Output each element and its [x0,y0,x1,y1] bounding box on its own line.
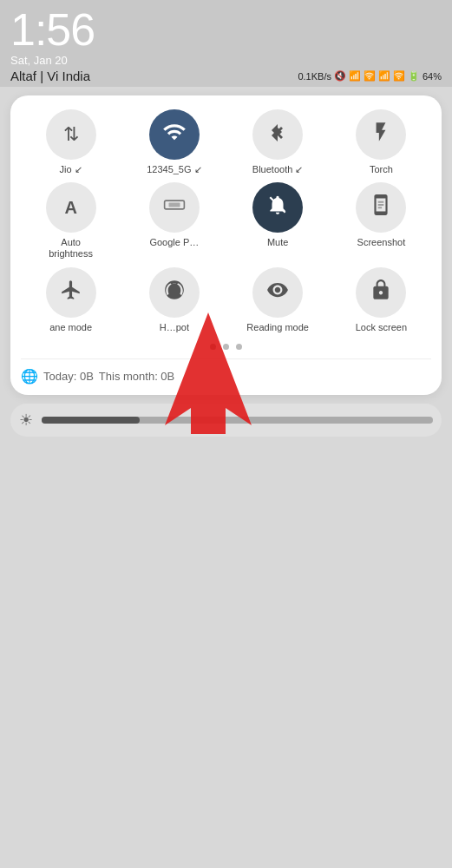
bluetooth-icon-circle [252,109,303,160]
lock-screen-icon [370,279,392,306]
brightness-sun-icon: ☀ [19,411,33,430]
dot-3 [236,344,242,350]
torch-icon [370,121,392,148]
quick-settings-panel: ⇅ Jio ↙ 12345_5G ↙ [10,95,442,395]
status-icons: 0.1KB/s 🔇 📶 🛜 📶 🛜 🔋 64% [298,70,442,82]
carrier-name: Altaf | Vi India [10,69,90,83]
lock-screen-icon-circle [356,267,406,318]
svg-rect-1 [168,203,180,207]
qs-item-lock-screen[interactable]: Lock screen [331,267,431,333]
qs-item-bluetooth[interactable]: Bluetooth ↙ [228,109,328,175]
mute-icon: 🔇 [334,70,346,82]
dot-2 [223,344,229,350]
screenshot-icon [370,194,392,221]
status-bar: 1:56 Sat, Jan 20 Altaf | Vi India 0.1KB/… [0,0,452,87]
mute-icon-circle [252,182,303,233]
battery-percent: 64% [423,71,442,82]
jio-label: Jio ↙ [60,164,82,175]
clock: 1:56 [10,7,442,52]
data-usage: 🌐 Today: 0B This month: 0B [21,358,431,385]
wifi-label: 12345_5G ↙ [147,164,201,175]
dot-1 [210,344,216,350]
screenshot-icon-circle [356,182,406,233]
battery-icon: 🔋 [408,70,420,82]
hotspot-label: H…pot [160,322,189,333]
torch-icon-circle [356,109,406,160]
google-pay-label: Google P… [149,237,199,248]
hotspot-icon [163,279,186,306]
qs-item-jio[interactable]: ⇅ Jio ↙ [21,109,121,175]
reading-mode-icon-circle [252,267,303,318]
date: Sat, Jan 20 [10,54,442,67]
signal-icon1: 📶 [349,70,361,82]
data-icon: 🛜 [393,70,405,82]
qs-item-reading-mode[interactable]: Reading mode [228,267,328,333]
airplane-icon-circle [46,267,96,318]
network-speed: 0.1KB/s [298,71,331,82]
auto-brightness-icon: A [64,198,76,218]
wifi-icon-circle [149,109,200,160]
wifi-icon: 🛜 [364,70,376,82]
qs-item-airplane[interactable]: ane mode [21,267,121,333]
page-dots [21,344,431,350]
status-row: Altaf | Vi India 0.1KB/s 🔇 📶 🛜 📶 🛜 🔋 64% [10,69,442,83]
data-month: This month: 0B [99,370,174,383]
qs-item-google-pay[interactable]: Google P… [124,182,224,260]
qs-item-mute[interactable]: Mute [228,182,328,260]
bluetooth-icon [267,122,288,148]
auto-brightness-icon-circle: A [46,182,96,233]
airplane-label: ane mode [49,322,92,333]
qs-item-torch[interactable]: Torch [331,109,431,175]
mute-label: Mute [267,237,288,248]
auto-brightness-label: Auto brightness [38,237,103,260]
data-usage-icon: 🌐 [21,368,38,385]
signal-icon2: 📶 [378,70,390,82]
data-today: Today: 0B [43,370,94,383]
qs-item-hotspot[interactable]: H…pot [124,267,224,333]
reading-mode-icon [266,279,289,306]
brightness-slider[interactable] [42,417,433,424]
quick-settings-grid: ⇅ Jio ↙ 12345_5G ↙ [21,109,431,333]
reading-mode-label: Reading mode [246,322,309,333]
lock-screen-label: Lock screen [356,322,407,333]
mute-qs-icon [266,194,289,221]
qs-item-auto-brightness[interactable]: A Auto brightness [21,182,121,260]
jio-icon-circle: ⇅ [46,109,96,160]
brightness-bar[interactable]: ☀ [10,404,442,437]
qs-item-wifi[interactable]: 12345_5G ↙ [124,109,224,175]
hotspot-icon-circle [149,267,200,318]
torch-label: Torch [370,164,393,175]
google-pay-icon-circle [149,182,200,233]
qs-item-screenshot[interactable]: Screenshot [331,182,431,260]
screenshot-label: Screenshot [357,237,406,248]
wifi-qs-icon [162,120,187,149]
jio-icon: ⇅ [63,123,79,146]
airplane-icon [60,279,82,306]
bluetooth-label: Bluetooth ↙ [252,164,304,175]
google-pay-icon [163,196,186,219]
